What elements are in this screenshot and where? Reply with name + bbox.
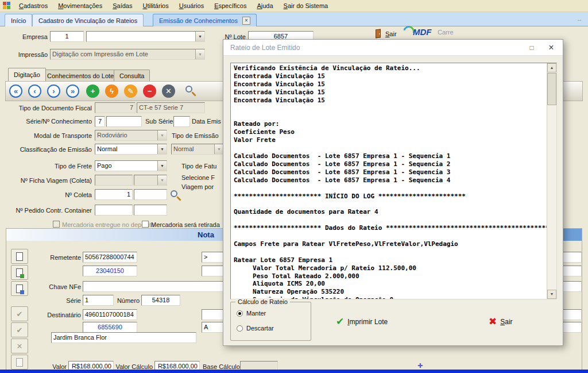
radio-manter[interactable]: Manter — [237, 310, 266, 317]
sair-rest: air — [389, 30, 396, 37]
extra-nota-button[interactable] — [11, 355, 28, 370]
coleta-label: Nº Coleta — [3, 191, 92, 199]
add-record-button[interactable]: + — [86, 84, 99, 98]
scroll-up-icon[interactable]: ▲ — [547, 63, 556, 72]
empresa-combo[interactable]: ▼ — [86, 31, 205, 42]
classificacao-combo[interactable]: Normal▼ — [95, 144, 167, 155]
menu-item-cadastros[interactable]: Cadastros — [14, 1, 53, 11]
menu-item-ajuda[interactable]: Ajuda — [252, 1, 278, 11]
modal-transporte-label: Modal de Transporte — [3, 132, 92, 140]
dropdown-icon[interactable]: ▼ — [195, 32, 204, 41]
cancel-nota-button: ✕ — [11, 339, 28, 353]
nota-numero-input[interactable]: 54318 — [141, 295, 180, 306]
tab-cadastro-vinculacao-rateios[interactable]: Cadastro de Vinculação de Rateios — [32, 14, 144, 26]
last-record-button[interactable]: » — [66, 84, 79, 98]
radio-descartar-circle[interactable] — [237, 325, 243, 332]
tipo-documento-codigo-input: 7 — [95, 102, 136, 113]
remetente-label: Remetente — [24, 254, 81, 262]
sair-button[interactable]: Sair — [374, 29, 397, 39]
dialog-titlebar[interactable]: Rateio de Lote Emitido — [223, 40, 563, 56]
maximize-icon[interactable]: □ — [521, 40, 542, 56]
cancel-record-button[interactable]: ✕ — [162, 84, 175, 98]
mdfe-logo: MDF Carre — [403, 25, 478, 39]
window-tabbar: Início Cadastro de Vinculação de Rateios… — [0, 12, 588, 26]
scroll-down-icon[interactable]: ▼ — [547, 290, 556, 299]
post-record-button[interactable]: ϟ — [105, 84, 118, 98]
subtab-conhecimentos-do-lote[interactable]: Conhecimentos do Lote — [41, 70, 119, 81]
dialog-sair-button[interactable]: ✖ Sair — [489, 316, 513, 328]
tab-close-icon[interactable]: × — [242, 17, 250, 25]
new-document-icon — [16, 252, 23, 261]
menu-item-usuarios[interactable]: Usuários — [174, 1, 209, 11]
menu-rest: suários — [184, 2, 204, 9]
import-nota-button[interactable] — [11, 265, 28, 280]
checkbox-mercadoria-retirada[interactable] — [142, 221, 149, 228]
first-record-button[interactable]: « — [9, 84, 22, 98]
destinatario-cnpj-input[interactable]: 49601107000184 — [83, 309, 137, 320]
dropdown-icon[interactable]: ▼ — [157, 161, 167, 171]
delete-record-button[interactable]: − — [143, 84, 156, 98]
small-plus-icon[interactable]: ✚ — [417, 362, 423, 370]
destinatario-label: Destinatário — [24, 312, 81, 319]
imprimir-rest: mprimir Lote — [350, 318, 388, 326]
log-scrollbar[interactable]: ▲ ▼ — [547, 63, 556, 299]
nota-serie-input[interactable]: 1 — [83, 295, 114, 306]
menu-item-movimentacoes[interactable]: Movimentações — [53, 1, 107, 11]
scrollbar-thumb[interactable] — [547, 73, 556, 105]
coleta-input[interactable]: 1 — [95, 189, 133, 200]
impressao-combo: Digitação com Impressão em Lote▼ — [50, 49, 205, 60]
dropdown-icon: ▼ — [195, 49, 204, 59]
tab-overflow-icon[interactable]: ↔ — [577, 16, 583, 22]
pedido-container-label: Nº Pedido Contr. Container — [3, 207, 92, 214]
menu-rest: specíficos — [218, 2, 246, 9]
menu-item-sair-do-sistema[interactable]: Sair do Sistema — [278, 1, 334, 11]
empresa-input[interactable]: 1 — [50, 31, 84, 42]
edit-record-button[interactable]: ✎ — [124, 84, 137, 98]
sub-serie-input[interactable] — [173, 116, 190, 127]
subtab-digitacao[interactable]: Digitação — [8, 68, 46, 81]
radio-descartar[interactable]: Descartar — [237, 325, 274, 332]
empresa-label: Empresa — [11, 33, 48, 41]
close-icon[interactable]: × — [541, 40, 562, 56]
radio-manter-circle[interactable] — [237, 310, 243, 317]
search-icon[interactable] — [185, 85, 198, 98]
menu-item-saidas[interactable]: Saídas — [107, 1, 137, 11]
green-check-icon: ✔ — [336, 316, 344, 328]
dropdown-icon[interactable]: ▼ — [157, 144, 167, 154]
app-icon — [3, 2, 11, 10]
coleta-search-icon[interactable] — [170, 190, 181, 201]
tipo-faturamento-label: Tipo de Fatu — [181, 163, 216, 170]
red-cross-icon: ✖ — [489, 316, 497, 328]
next-icon: › — [52, 87, 55, 95]
subtab-consulta[interactable]: Consulta — [114, 70, 150, 81]
menu-accel: U — [179, 2, 184, 9]
tipo-frete-combo[interactable]: Pago▼ — [95, 160, 167, 171]
tab-inicio[interactable]: Início — [5, 14, 32, 26]
prev-record-button[interactable]: ‹ — [28, 84, 41, 98]
rateio-log-memo: Verificando Existência de Vinculação de … — [230, 63, 557, 299]
next-record-button[interactable]: › — [47, 84, 60, 98]
tipo-frete-value: Pago — [97, 162, 112, 169]
pedido-container-input[interactable] — [95, 205, 133, 216]
selecione-ficha-label: Selecione F — [181, 174, 215, 182]
local-entrega-input[interactable]: Jardim Branca Flor — [51, 332, 196, 343]
remetente-cnpj-input[interactable]: 50567288000744 — [83, 252, 137, 263]
menu-item-especificos[interactable]: Específicos — [209, 1, 252, 11]
tab-emissao-conhecimentos[interactable]: Emissão de Conhecimentos × — [153, 14, 257, 26]
logo-text: MDF — [413, 27, 432, 37]
serie-input[interactable]: 7 — [95, 116, 105, 127]
impressao-combo-value: Digitação com Impressão em Lote — [52, 51, 148, 57]
menu-accel: A — [257, 2, 261, 9]
modal-transporte-value: Rodoviário — [97, 132, 127, 139]
tab-label: Início — [11, 17, 26, 24]
tab-label: Emissão de Conhecimentos — [159, 17, 238, 24]
classificacao-combo-2: Normal▼ — [171, 144, 224, 155]
document-table-icon — [16, 284, 23, 293]
imprimir-lote-button[interactable]: ✔ Imprimir Lote — [336, 316, 388, 328]
coleta-input-2[interactable] — [134, 189, 167, 200]
numero-conhecimento-input[interactable] — [106, 116, 142, 127]
ficha-viagem-input — [95, 175, 133, 186]
menu-item-utilitarios[interactable]: Utilitários — [137, 1, 173, 11]
chave-nfe-label: Chave NFe — [24, 283, 81, 291]
pedido-container-input-2[interactable] — [134, 205, 167, 216]
